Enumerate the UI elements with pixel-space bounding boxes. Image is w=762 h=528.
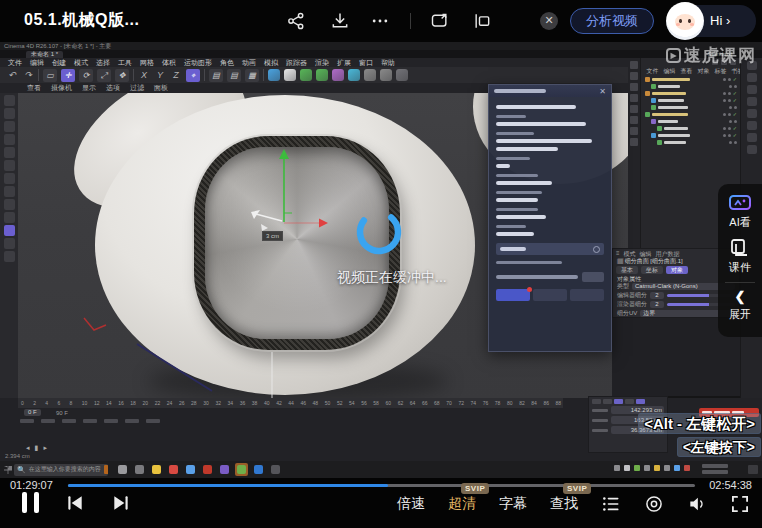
taskbar-app-icon[interactable] bbox=[184, 463, 197, 476]
taskbar-app-icon[interactable] bbox=[116, 463, 129, 476]
next-episode-button[interactable] bbox=[111, 493, 131, 513]
visibility-dot[interactable] bbox=[723, 78, 726, 81]
tray-icon[interactable] bbox=[624, 465, 630, 471]
transport-icon[interactable]: ▮ bbox=[35, 444, 39, 452]
ai-watch-label[interactable]: AI看 bbox=[729, 215, 750, 230]
c4d-tool-icon[interactable]: ▤ bbox=[209, 69, 223, 82]
tray-icon[interactable] bbox=[654, 465, 660, 471]
overlay-tab[interactable] bbox=[533, 289, 567, 301]
visibility-dot[interactable] bbox=[734, 120, 737, 123]
courseware-icon[interactable] bbox=[730, 238, 750, 257]
tray-icon[interactable] bbox=[684, 465, 690, 471]
c4d-object-tool-icon[interactable] bbox=[316, 69, 328, 81]
attribute-header-item[interactable]: 编辑 bbox=[640, 250, 652, 256]
c4d-tool-icon[interactable]: ▭ bbox=[43, 69, 57, 82]
playlist-icon[interactable] bbox=[601, 494, 621, 514]
c4d-object-tool-icon[interactable] bbox=[284, 69, 296, 81]
view-strip-icon[interactable] bbox=[630, 72, 638, 80]
left-tool-icon[interactable] bbox=[4, 95, 15, 106]
c4d-menu-item[interactable]: 创建 bbox=[48, 58, 70, 68]
left-tool-icon[interactable] bbox=[4, 225, 15, 236]
view-strip-icon[interactable] bbox=[630, 61, 638, 69]
previous-episode-button[interactable] bbox=[65, 493, 85, 513]
taskbar-app-icon[interactable] bbox=[269, 463, 282, 476]
overlay-toggle-icon[interactable] bbox=[593, 246, 600, 253]
c4d-menu-item[interactable]: 编辑 bbox=[26, 58, 48, 68]
object-tree-row[interactable] bbox=[641, 118, 740, 125]
palette-icon[interactable] bbox=[747, 73, 757, 82]
c4d-tool-icon[interactable]: ✛ bbox=[61, 69, 75, 82]
taskbar-app-icon[interactable] bbox=[150, 463, 163, 476]
speed-button[interactable]: 倍速 bbox=[397, 495, 425, 513]
object-state-dots[interactable]: ✓ bbox=[723, 91, 737, 96]
pause-button[interactable] bbox=[22, 492, 39, 513]
viewport-menu-item[interactable]: 查看 bbox=[22, 83, 46, 93]
volume-icon[interactable] bbox=[687, 494, 707, 514]
c4d-tool-icon[interactable]: X bbox=[138, 70, 150, 80]
c4d-menu-item[interactable]: 运动图形 bbox=[180, 58, 216, 68]
tray-icon[interactable] bbox=[644, 465, 650, 471]
c4d-menu-item[interactable]: 文件 bbox=[4, 58, 26, 68]
view-strip-icon[interactable] bbox=[630, 116, 638, 124]
c4d-menu-item[interactable]: 模拟 bbox=[260, 58, 282, 68]
c4d-menu-item[interactable]: 网格 bbox=[136, 58, 158, 68]
view-strip-icon[interactable] bbox=[630, 94, 638, 102]
left-tool-icon[interactable] bbox=[4, 238, 15, 249]
c4d-tool-icon[interactable]: ↶ bbox=[6, 70, 18, 80]
show-desktop-button[interactable] bbox=[748, 465, 758, 474]
c4d-tool-icon[interactable]: ▤ bbox=[227, 69, 241, 82]
tray-icon[interactable] bbox=[664, 465, 670, 471]
download-icon[interactable] bbox=[330, 11, 350, 31]
viewport-menu-item[interactable]: 显示 bbox=[77, 83, 101, 93]
left-tool-icon[interactable] bbox=[4, 121, 15, 132]
left-tool-icon[interactable] bbox=[4, 186, 15, 197]
c4d-tool-icon[interactable]: ⟳ bbox=[79, 69, 93, 82]
taskbar-app-icon[interactable] bbox=[218, 463, 231, 476]
avatar[interactable] bbox=[666, 2, 704, 40]
visibility-dot[interactable] bbox=[729, 120, 732, 123]
object-tree-row[interactable]: ✓ bbox=[641, 90, 740, 97]
c4d-menu-item[interactable]: 体积 bbox=[158, 58, 180, 68]
c4d-menu-item[interactable]: 帮助 bbox=[377, 58, 399, 68]
object-tree-row[interactable]: ✓ bbox=[641, 111, 740, 118]
object-tree-row[interactable]: ✓ bbox=[641, 132, 740, 139]
more-options-icon[interactable] bbox=[370, 11, 390, 31]
c4d-tool-icon[interactable]: ▦ bbox=[245, 69, 259, 82]
palette-icon[interactable] bbox=[747, 97, 757, 106]
close-icon[interactable]: ✕ bbox=[540, 12, 558, 30]
left-tool-icon[interactable] bbox=[4, 212, 15, 223]
visibility-dot[interactable] bbox=[728, 92, 731, 95]
c4d-tool-icon[interactable]: Z bbox=[170, 70, 182, 80]
palette-icon[interactable] bbox=[747, 133, 757, 142]
overlay-highlight-row[interactable] bbox=[496, 243, 604, 255]
c4d-menu-item[interactable]: 窗口 bbox=[355, 58, 377, 68]
record-screen-icon[interactable] bbox=[644, 494, 664, 514]
object-manager-menu-item[interactable]: 编辑 bbox=[661, 67, 678, 76]
video-frame[interactable]: Cinema 4D R26.107 - [未命名 1 *] - 主要 未命名 1… bbox=[0, 42, 762, 478]
viewport-menu-item[interactable]: 面板 bbox=[149, 83, 173, 93]
taskbar-app-icon[interactable] bbox=[235, 463, 248, 476]
object-state-dots[interactable]: ✓ bbox=[723, 98, 737, 103]
object-tree-row[interactable]: ✓ bbox=[641, 125, 740, 132]
find-button[interactable]: 查找 SVIP bbox=[550, 495, 578, 513]
tray-icon[interactable] bbox=[614, 465, 620, 471]
timeline-ruler[interactable]: 0246810121416182022242628303234363840424… bbox=[18, 398, 563, 408]
taskbar-app-icon[interactable] bbox=[201, 463, 214, 476]
expand-chevron-icon[interactable]: ❮ bbox=[735, 289, 746, 304]
expand-label[interactable]: 展开 bbox=[729, 307, 751, 322]
c4d-tool-icon[interactable]: ✥ bbox=[115, 69, 129, 82]
c4d-menu-item[interactable]: 角色 bbox=[216, 58, 238, 68]
c4d-object-tool-icon[interactable] bbox=[332, 69, 344, 81]
start-button-icon[interactable] bbox=[4, 466, 12, 474]
c4d-object-tool-icon[interactable] bbox=[348, 69, 360, 81]
visibility-dot[interactable] bbox=[723, 113, 726, 116]
screenshot-icon[interactable] bbox=[430, 11, 450, 31]
c4d-menu-item[interactable]: 选择 bbox=[92, 58, 114, 68]
palette-icon[interactable] bbox=[747, 145, 757, 154]
taskbar-search-input[interactable]: 🔍 在这里输入你要搜索的内容 bbox=[14, 464, 108, 476]
object-state-dots[interactable] bbox=[729, 120, 737, 123]
object-state-dots[interactable]: ✓ bbox=[723, 133, 737, 138]
attribute-value[interactable]: 2 bbox=[650, 301, 664, 308]
courseware-label[interactable]: 课件 bbox=[729, 260, 751, 275]
c4d-tool-icon[interactable]: ↷ bbox=[22, 70, 34, 80]
